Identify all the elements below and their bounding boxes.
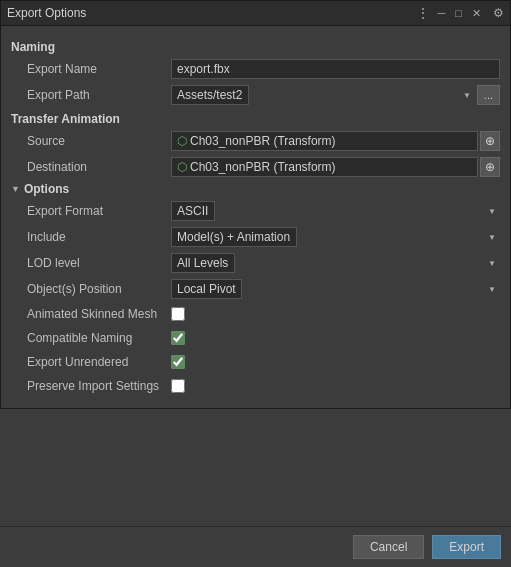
source-label: Source bbox=[11, 134, 171, 148]
compatible-naming-row: Compatible Naming bbox=[11, 328, 500, 348]
export-name-control bbox=[171, 59, 500, 79]
naming-section-header: Naming bbox=[11, 40, 500, 54]
objects-position-row: Object(s) Position Local Pivot bbox=[11, 278, 500, 300]
options-header[interactable]: ▼ Options bbox=[11, 182, 500, 196]
source-field-wrap: ⬡ Ch03_nonPBR (Transform) bbox=[171, 131, 478, 151]
destination-display: ⬡ Ch03_nonPBR (Transform) bbox=[171, 157, 478, 177]
preserve-import-settings-label: Preserve Import Settings bbox=[11, 379, 171, 393]
destination-label: Destination bbox=[11, 160, 171, 174]
export-path-control: Assets/test2 ... bbox=[171, 85, 500, 105]
close-button[interactable]: ✕ bbox=[470, 7, 483, 20]
destination-row: Destination ⬡ Ch03_nonPBR (Transform) ⊕ bbox=[11, 156, 500, 178]
export-unrendered-row: Export Unrendered bbox=[11, 352, 500, 372]
transfer-animation-header: Transfer Animation bbox=[11, 112, 500, 126]
source-row: Source ⬡ Ch03_nonPBR (Transform) ⊕ bbox=[11, 130, 500, 152]
export-format-row: Export Format ASCII bbox=[11, 200, 500, 222]
export-name-label: Export Name bbox=[11, 62, 171, 76]
maximize-button[interactable]: □ bbox=[453, 7, 464, 19]
preserve-import-settings-row: Preserve Import Settings bbox=[11, 376, 500, 396]
include-select[interactable]: Model(s) + Animation bbox=[171, 227, 297, 247]
lod-level-label: LOD level bbox=[11, 256, 171, 270]
export-format-select[interactable]: ASCII bbox=[171, 201, 215, 221]
export-path-wrapper: Assets/test2 ... bbox=[171, 85, 500, 105]
include-row: Include Model(s) + Animation bbox=[11, 226, 500, 248]
lod-level-select[interactable]: All Levels bbox=[171, 253, 235, 273]
export-button[interactable]: Export bbox=[432, 535, 501, 559]
include-select-wrapper: Model(s) + Animation bbox=[171, 227, 500, 247]
export-name-input[interactable] bbox=[171, 59, 500, 79]
options-section: ▼ Options Export Format ASCII bbox=[11, 182, 500, 396]
animated-skinned-mesh-checkbox[interactable] bbox=[171, 307, 185, 321]
options-triangle-icon: ▼ bbox=[11, 184, 20, 194]
export-format-select-wrapper: ASCII bbox=[171, 201, 500, 221]
export-name-row: Export Name bbox=[11, 58, 500, 80]
destination-value: Ch03_nonPBR (Transform) bbox=[190, 160, 336, 174]
export-path-row: Export Path Assets/test2 ... bbox=[11, 84, 500, 106]
export-path-select[interactable]: Assets/test2 bbox=[171, 85, 249, 105]
destination-row-inner: ⬡ Ch03_nonPBR (Transform) ⊕ bbox=[171, 157, 500, 177]
minimize-button[interactable]: ─ bbox=[436, 7, 448, 19]
destination-mesh-icon: ⬡ bbox=[177, 160, 187, 174]
settings-icon[interactable]: ⚙ bbox=[493, 6, 504, 20]
source-display: ⬡ Ch03_nonPBR (Transform) bbox=[171, 131, 478, 151]
window-title: Export Options bbox=[7, 6, 86, 20]
compatible-naming-checkbox[interactable] bbox=[171, 331, 185, 345]
destination-control: ⬡ Ch03_nonPBR (Transform) ⊕ bbox=[171, 157, 500, 177]
options-section-label: Options bbox=[24, 182, 69, 196]
title-bar: Export Options ⋮ ─ □ ✕ ⚙ bbox=[1, 1, 510, 26]
title-bar-right: ⋮ ─ □ ✕ ⚙ bbox=[416, 5, 504, 21]
destination-nav-button[interactable]: ⊕ bbox=[480, 157, 500, 177]
export-format-control: ASCII bbox=[171, 201, 500, 221]
export-unrendered-checkbox[interactable] bbox=[171, 355, 185, 369]
animated-skinned-mesh-row: Animated Skinned Mesh bbox=[11, 304, 500, 324]
source-nav-button[interactable]: ⊕ bbox=[480, 131, 500, 151]
content-area: Naming Export Name Export Path bbox=[1, 26, 510, 408]
source-row-inner: ⬡ Ch03_nonPBR (Transform) ⊕ bbox=[171, 131, 500, 151]
title-bar-left: Export Options bbox=[7, 6, 86, 20]
naming-section: Naming Export Name Export Path bbox=[11, 40, 500, 106]
compatible-naming-label: Compatible Naming bbox=[11, 331, 171, 345]
cancel-button[interactable]: Cancel bbox=[353, 535, 424, 559]
destination-field-wrap: ⬡ Ch03_nonPBR (Transform) bbox=[171, 157, 478, 177]
export-format-label: Export Format bbox=[11, 204, 171, 218]
export-path-select-wrapper: Assets/test2 bbox=[171, 85, 475, 105]
include-label: Include bbox=[11, 230, 171, 244]
window: Export Options ⋮ ─ □ ✕ ⚙ Naming Export N… bbox=[0, 0, 511, 567]
browse-button[interactable]: ... bbox=[477, 85, 500, 105]
objects-position-select[interactable]: Local Pivot bbox=[171, 279, 242, 299]
more-icon[interactable]: ⋮ bbox=[416, 5, 430, 21]
lod-level-row: LOD level All Levels bbox=[11, 252, 500, 274]
lod-level-select-wrapper: All Levels bbox=[171, 253, 500, 273]
objects-position-label: Object(s) Position bbox=[11, 282, 171, 296]
footer: Cancel Export bbox=[0, 526, 511, 567]
animated-skinned-mesh-label: Animated Skinned Mesh bbox=[11, 307, 171, 321]
export-path-label: Export Path bbox=[11, 88, 171, 102]
objects-position-select-wrapper: Local Pivot bbox=[171, 279, 500, 299]
source-value: Ch03_nonPBR (Transform) bbox=[190, 134, 336, 148]
lod-level-control: All Levels bbox=[171, 253, 500, 273]
source-control: ⬡ Ch03_nonPBR (Transform) ⊕ bbox=[171, 131, 500, 151]
include-control: Model(s) + Animation bbox=[171, 227, 500, 247]
objects-position-control: Local Pivot bbox=[171, 279, 500, 299]
transfer-animation-section: Transfer Animation Source ⬡ Ch03_nonPBR … bbox=[11, 112, 500, 178]
source-mesh-icon: ⬡ bbox=[177, 134, 187, 148]
preserve-import-settings-checkbox[interactable] bbox=[171, 379, 185, 393]
export-unrendered-label: Export Unrendered bbox=[11, 355, 171, 369]
export-options-panel: Export Options ⋮ ─ □ ✕ ⚙ Naming Export N… bbox=[0, 0, 511, 409]
